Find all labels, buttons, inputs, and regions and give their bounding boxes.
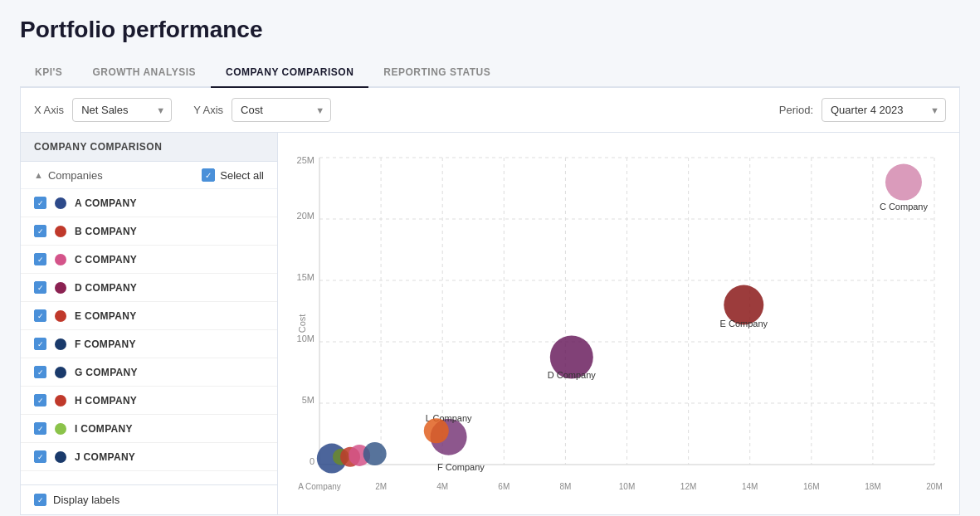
company-item-c: ✓ C COMPANY: [21, 246, 277, 274]
svg-text:10M: 10M: [297, 333, 314, 343]
company-item-a: ✓ A COMPANY: [21, 189, 277, 217]
svg-text:20M: 20M: [297, 211, 314, 221]
company-check-icon-g: ✓: [37, 368, 44, 377]
company-name-f: F COMPANY: [75, 338, 136, 350]
company-checkbox-i[interactable]: ✓: [34, 422, 46, 435]
svg-text:E Company: E Company: [720, 319, 768, 329]
y-axis-label: Y Axis: [193, 104, 223, 116]
company-check-icon-h: ✓: [37, 397, 44, 405]
bubble-c-company-large: [885, 164, 922, 201]
tab-growth-analysis[interactable]: GROWTH ANALYSIS: [77, 58, 211, 88]
company-check-icon-c: ✓: [37, 256, 44, 264]
svg-text:A Company: A Company: [298, 482, 341, 491]
company-dot-h: [55, 395, 66, 406]
select-all-area[interactable]: ✓ Select all: [202, 168, 264, 182]
select-all-check-icon: ✓: [205, 171, 212, 180]
company-name-j: J COMPANY: [75, 451, 135, 463]
company-checkbox-h[interactable]: ✓: [34, 394, 46, 406]
company-check-icon-d: ✓: [37, 284, 44, 292]
y-axis-select[interactable]: Cost: [232, 98, 331, 122]
svg-text:2M: 2M: [375, 482, 387, 491]
company-check-icon-a: ✓: [37, 199, 44, 207]
panel-subheader: ▲ Companies ✓ Select all: [21, 162, 277, 189]
company-checkbox-j[interactable]: ✓: [34, 450, 46, 463]
company-checkbox-g[interactable]: ✓: [34, 366, 46, 378]
company-dot-j: [55, 451, 66, 463]
company-check-icon-f: ✓: [37, 340, 44, 348]
company-name-c: C COMPANY: [75, 254, 137, 265]
company-item-g: ✓ G COMPANY: [21, 358, 277, 387]
company-name-h: H COMPANY: [75, 395, 137, 406]
y-axis-title: Cost: [297, 314, 307, 333]
company-dot-g: [55, 367, 66, 378]
company-checkbox-d[interactable]: ✓: [34, 281, 46, 294]
company-check-icon-j: ✓: [37, 453, 44, 461]
company-list: ✓ A COMPANY ✓ B COMPANY ✓ C COMPANY ✓ D …: [21, 189, 277, 484]
company-item-i: ✓ I COMPANY: [21, 415, 277, 443]
x-axis-select-wrapper: Net Sales ▼: [72, 98, 172, 122]
display-labels-check-icon: ✓: [37, 496, 44, 504]
company-checkbox-c[interactable]: ✓: [34, 253, 46, 265]
chart-container: Cost: [286, 149, 943, 498]
controls-bar: X Axis Net Sales ▼ Y Axis Cost ▼ Period:…: [20, 88, 960, 133]
company-dot-f: [55, 338, 66, 350]
tab-bar: KPI'S GROWTH ANALYSIS COMPANY COMPARISON…: [20, 58, 960, 88]
svg-text:4M: 4M: [436, 482, 448, 491]
company-dot-e: [55, 310, 66, 322]
company-name-i: I COMPANY: [75, 423, 133, 435]
svg-text:14M: 14M: [742, 482, 758, 491]
period-select-wrapper: Quarter 4 2023 ▼: [822, 98, 946, 122]
company-name-a: A COMPANY: [75, 197, 137, 209]
company-dot-d: [55, 282, 66, 294]
companies-label: ▲ Companies: [34, 169, 103, 182]
period-select[interactable]: Quarter 4 2023: [822, 98, 946, 122]
company-item-b: ✓ B COMPANY: [21, 217, 277, 246]
tab-kpis[interactable]: KPI'S: [20, 58, 77, 88]
company-name-d: D COMPANY: [75, 282, 137, 294]
tab-reporting-status[interactable]: REPORTING STATUS: [368, 58, 505, 88]
company-checkbox-b[interactable]: ✓: [34, 225, 46, 237]
company-check-icon-e: ✓: [37, 312, 44, 320]
collapse-icon[interactable]: ▲: [34, 170, 43, 180]
svg-text:15M: 15M: [297, 272, 314, 282]
y-axis-select-wrapper: Cost ▼: [232, 98, 331, 122]
tab-company-comparison[interactable]: COMPANY COMPARISON: [211, 58, 368, 88]
companies-text: Companies: [48, 169, 103, 182]
svg-text:8M: 8M: [559, 482, 571, 491]
svg-text:F Company: F Company: [437, 462, 485, 472]
svg-text:20M: 20M: [926, 482, 942, 491]
company-checkbox-e[interactable]: ✓: [34, 309, 46, 322]
select-all-label: Select all: [220, 169, 264, 182]
chart-area: Cost: [278, 133, 959, 514]
bubble-f-company-small: [363, 442, 387, 465]
svg-text:18M: 18M: [865, 482, 880, 491]
chart-plot: 0 5M 10M 15M 20M 25M A Company 2M 4M 6M …: [319, 158, 934, 465]
company-panel: COMPANY COMPARISON ▲ Companies ✓ Select …: [21, 133, 278, 514]
company-dot-i: [55, 423, 66, 435]
display-labels-checkbox[interactable]: ✓: [34, 494, 46, 506]
svg-text:D Company: D Company: [548, 370, 597, 380]
svg-text:10M: 10M: [619, 482, 635, 491]
company-item-d: ✓ D COMPANY: [21, 274, 277, 302]
display-labels-row: ✓ Display labels: [21, 484, 277, 514]
company-dot-b: [55, 226, 66, 237]
company-name-e: E COMPANY: [75, 310, 136, 322]
select-all-checkbox[interactable]: ✓: [202, 168, 215, 182]
company-item-j: ✓ J COMPANY: [21, 443, 277, 471]
main-content: COMPANY COMPARISON ▲ Companies ✓ Select …: [20, 133, 960, 515]
svg-text:25M: 25M: [297, 155, 314, 165]
svg-text:5M: 5M: [302, 395, 314, 405]
company-checkbox-f[interactable]: ✓: [34, 338, 46, 350]
company-item-h: ✓ H COMPANY: [21, 387, 277, 415]
panel-header: COMPANY COMPARISON: [21, 133, 277, 162]
svg-text:12M: 12M: [680, 482, 696, 491]
company-name-g: G COMPANY: [75, 367, 138, 378]
svg-text:6M: 6M: [498, 482, 510, 491]
company-checkbox-a[interactable]: ✓: [34, 197, 46, 209]
x-axis-select[interactable]: Net Sales: [72, 98, 172, 122]
svg-text:16M: 16M: [803, 482, 819, 491]
period-label: Period:: [779, 104, 813, 116]
x-axis-label: X Axis: [34, 104, 64, 116]
company-check-icon-i: ✓: [37, 425, 44, 433]
company-dot-a: [55, 197, 66, 209]
